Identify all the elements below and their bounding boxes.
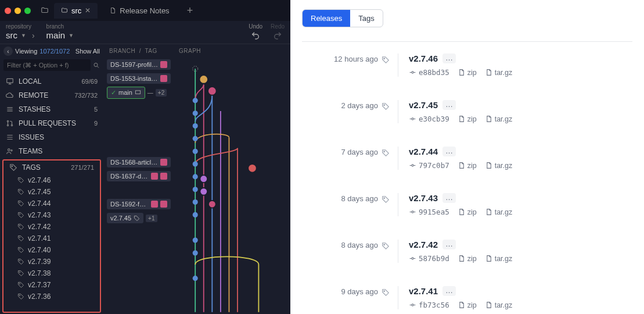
release-title[interactable]: v2.7.46 bbox=[409, 53, 438, 63]
release-title[interactable]: v2.7.43 bbox=[409, 193, 438, 203]
chip-label: v2.7.45 bbox=[110, 215, 131, 222]
branch-label: branch bbox=[46, 23, 74, 30]
branch-chip[interactable]: DS-1553-instagra... bbox=[107, 73, 171, 84]
sidebar-section-stashes[interactable]: STASHES 5 bbox=[0, 102, 103, 116]
undo-button[interactable]: Undo bbox=[249, 23, 262, 40]
kebab-menu[interactable]: … bbox=[442, 100, 456, 110]
tag-label: v2.7.36 bbox=[28, 292, 51, 301]
teams-icon bbox=[6, 147, 14, 155]
branch-selector[interactable]: branch main▼ bbox=[46, 23, 74, 40]
show-all-link[interactable]: Show All bbox=[75, 48, 100, 55]
section-label: STASHES bbox=[19, 105, 51, 113]
branch-chip[interactable]: DS-1597-profile-ca... bbox=[107, 59, 171, 70]
back-icon[interactable]: ‹ bbox=[3, 47, 13, 56]
nav-forward-icon[interactable]: › bbox=[32, 31, 35, 40]
kebab-menu[interactable]: … bbox=[442, 53, 456, 63]
tag-icon bbox=[17, 281, 24, 288]
zip-icon bbox=[485, 208, 492, 216]
download-zip[interactable]: zip bbox=[458, 254, 477, 263]
tag-icon bbox=[17, 188, 24, 195]
tag-item[interactable]: v2.7.43 bbox=[3, 209, 100, 221]
segment-tags[interactable]: Tags bbox=[350, 10, 382, 27]
branch-chip[interactable]: DS-1592-faculty-... bbox=[107, 199, 171, 209]
tag-item[interactable]: v2.7.44 bbox=[3, 198, 100, 209]
tag-icon bbox=[17, 200, 24, 207]
release-title[interactable]: v2.7.45 bbox=[409, 100, 438, 110]
release-title[interactable]: v2.7.41 bbox=[409, 286, 438, 296]
download-targz[interactable]: tar.gz bbox=[485, 301, 513, 309]
minimize-window-dot[interactable] bbox=[15, 8, 21, 14]
svg-point-8 bbox=[19, 179, 20, 180]
sidebar-section-issues[interactable]: ISSUES bbox=[0, 130, 103, 144]
segment-releases[interactable]: Releases bbox=[303, 10, 350, 27]
release-title[interactable]: v2.7.42 bbox=[409, 240, 438, 249]
zip-icon bbox=[485, 301, 492, 309]
close-window-dot[interactable] bbox=[5, 8, 11, 14]
download-zip[interactable]: zip bbox=[458, 161, 477, 170]
tag-item[interactable]: v2.7.46 bbox=[3, 174, 100, 186]
sidebar-section-local[interactable]: LOCAL 69/69 bbox=[0, 74, 103, 88]
download-zip[interactable]: zip bbox=[458, 115, 477, 123]
repository-value: src bbox=[6, 30, 17, 40]
download-targz[interactable]: tar.gz bbox=[485, 68, 513, 77]
tag-item[interactable]: v2.7.36 bbox=[3, 291, 100, 302]
release-title[interactable]: v2.7.44 bbox=[409, 147, 438, 156]
download-targz[interactable]: tar.gz bbox=[485, 208, 513, 216]
commit-link[interactable]: fb73c56 bbox=[409, 301, 449, 309]
branch-chip-main[interactable]: ✓main bbox=[107, 87, 145, 99]
badge-icon bbox=[160, 75, 167, 82]
tag-chip[interactable]: v2.7.45 bbox=[107, 213, 143, 223]
download-targz[interactable]: tar.gz bbox=[485, 115, 513, 123]
tag-item[interactable]: v2.7.42 bbox=[3, 221, 100, 233]
tag-item[interactable]: v2.7.45 bbox=[3, 186, 100, 198]
close-icon[interactable]: ✕ bbox=[85, 6, 91, 15]
commit-link[interactable]: e30cb39 bbox=[409, 115, 449, 123]
sidebar-section-pull-requests[interactable]: PULL REQUESTS 9 bbox=[0, 116, 103, 130]
sidebar-section-teams[interactable]: TEAMS bbox=[0, 144, 103, 158]
chip-label: DS-1637-dynam... bbox=[110, 173, 149, 180]
download-zip[interactable]: zip bbox=[458, 68, 477, 77]
commit-link[interactable]: 5876b9d bbox=[409, 254, 449, 263]
download-zip[interactable]: zip bbox=[458, 301, 477, 309]
repository-label: repository bbox=[6, 23, 35, 30]
search-icon[interactable] bbox=[93, 62, 100, 69]
svg-point-39 bbox=[208, 201, 216, 208]
tag-icon bbox=[17, 212, 24, 219]
tag-item[interactable]: v2.7.40 bbox=[3, 244, 100, 256]
zoom-window-dot[interactable] bbox=[24, 8, 31, 14]
download-targz[interactable]: tar.gz bbox=[485, 254, 513, 263]
new-tab-button[interactable]: + bbox=[181, 5, 199, 17]
redo-button[interactable]: Redo bbox=[271, 23, 285, 40]
tag-item[interactable]: v2.7.39 bbox=[3, 256, 100, 267]
download-zip[interactable]: zip bbox=[458, 208, 477, 216]
tag-icon bbox=[17, 235, 24, 242]
commit-link[interactable]: e88bd35 bbox=[409, 68, 449, 77]
tag-item[interactable]: v2.7.37 bbox=[3, 279, 100, 291]
commit-graph[interactable] bbox=[185, 62, 290, 314]
svg-point-32 bbox=[193, 250, 198, 255]
release-time: 9 days ago bbox=[302, 286, 398, 309]
filter-input[interactable] bbox=[3, 59, 91, 71]
sidebar-section-tags[interactable]: TAGS 271/271 bbox=[3, 160, 100, 174]
kebab-menu[interactable]: … bbox=[442, 193, 456, 203]
folder-icon[interactable] bbox=[40, 6, 49, 15]
release-row: 8 days agov2.7.42…5876b9dziptar.gz bbox=[302, 228, 632, 274]
kebab-menu[interactable]: … bbox=[442, 147, 456, 156]
kebab-menu[interactable]: … bbox=[442, 286, 456, 296]
zip-icon bbox=[458, 115, 465, 123]
kebab-menu[interactable]: … bbox=[442, 240, 456, 249]
repository-selector[interactable]: repository src▼› bbox=[6, 23, 35, 40]
branch-chip[interactable]: DS-1637-dynam... bbox=[107, 171, 171, 181]
tab-src[interactable]: src ✕ bbox=[54, 3, 98, 19]
tag-label: v2.7.38 bbox=[28, 269, 51, 277]
branch-chip[interactable]: DS-1568-article-ch... bbox=[107, 157, 171, 167]
download-targz[interactable]: tar.gz bbox=[485, 161, 513, 170]
tag-item[interactable]: v2.7.41 bbox=[3, 233, 100, 244]
svg-point-30 bbox=[193, 212, 198, 217]
commit-link[interactable]: 797c0b7 bbox=[409, 161, 449, 170]
undo-icon bbox=[251, 31, 260, 40]
tab-release-notes[interactable]: Release Notes bbox=[102, 3, 176, 19]
tag-item[interactable]: v2.7.38 bbox=[3, 267, 100, 279]
sidebar-section-remote[interactable]: REMOTE 732/732 bbox=[0, 88, 103, 102]
commit-link[interactable]: 9915ea5 bbox=[409, 208, 449, 216]
